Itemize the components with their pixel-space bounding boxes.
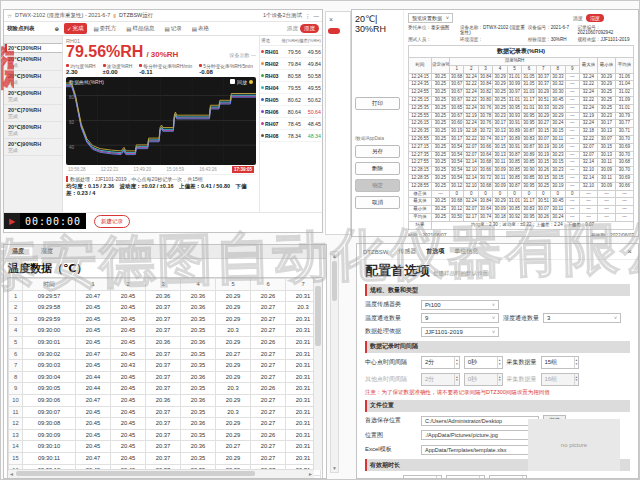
temperature-log-tabs: 温度湿度 (4, 245, 326, 259)
scroll-up-icon[interactable]: ▲ (331, 252, 338, 260)
log-table-row[interactable]: 1109:30:0720.4520.4520.3720.3520.320.272… (9, 406, 321, 418)
cell-value: 0 (565, 190, 580, 198)
info-value: 2021-6-7 (551, 25, 569, 30)
log-table-row[interactable]: 1009:30:0620.4720.4520.3620.3620.2920.27… (9, 394, 321, 406)
scrollbar-thumb[interactable] (332, 261, 337, 301)
play-button[interactable]: ▶ (4, 213, 20, 229)
tab-委托方[interactable]: ▤委托方 (91, 23, 120, 34)
log-table-row[interactable]: 409:30:0020.4520.4520.3720.3520.320.2720… (9, 325, 321, 337)
minimize-icon[interactable]: — (314, 13, 320, 19)
scrollbar-thumb[interactable] (315, 286, 321, 346)
log-table-row[interactable]: 1509:30:1120.4720.4520.3720.3520.2920.27… (9, 452, 321, 464)
pref-tab-首选项[interactable]: 首选项 (426, 247, 444, 256)
calibration-point-item[interactable]: 20℃|60%RH完成 (4, 88, 62, 105)
validity-year-spinner[interactable]: 1年▴▾ (403, 475, 442, 480)
cell-temp: 20.35 (181, 383, 216, 395)
log-column-header: 3 (146, 279, 181, 291)
legend-help-icon[interactable] (249, 80, 253, 84)
pause-icon[interactable]: ‖ (113, 13, 116, 19)
pref-tab-传感器[interactable]: 传感器 (398, 247, 416, 256)
humidity-line-chart[interactable]: 数据曲线(%RH) 回放 806040 (66, 77, 256, 165)
log-table-row[interactable]: 209:29:5820.4520.4520.3720.3620.2920.272… (9, 302, 321, 314)
calibration-point-item[interactable]: 20℃|30%RH完成 (4, 43, 63, 53)
pref-tab-单位信息[interactable]: 单位信息 (454, 247, 478, 256)
x-axis-current-time: 17:39:05 (232, 166, 254, 173)
log-table-row[interactable]: 509:30:0120.4520.4520.3620.3620.2920.262… (9, 336, 321, 348)
close-icon[interactable]: × (627, 247, 632, 256)
interval-warning-note: 注意：为了保证数据准确性，请不要将记录间隔与DTZ300间隔设置为相同值 (365, 389, 630, 396)
validity-day-spinner[interactable]: 0天▴▾ (489, 475, 528, 480)
background-vertical-scrollbar[interactable]: ▲ ▼ (330, 251, 339, 473)
log-table-row[interactable]: 109:29:5720.4720.4520.3620.3620.2920.262… (9, 290, 321, 302)
report-view-dropdown[interactable]: 预览设置数据 ˅ (408, 13, 453, 23)
scroll-down-icon[interactable]: ▼ (331, 464, 338, 472)
cell-value: --- (565, 81, 580, 89)
log-table-row[interactable]: 809:30:0420.4420.4520.3720.3620.2920.272… (9, 371, 321, 383)
device-reading-value: --- (251, 52, 256, 58)
favorite-star-icon[interactable]: ☆ (7, 13, 12, 19)
channel-value: 80.58 (282, 73, 301, 79)
log-table-row[interactable]: 1309:30:0920.4520.4520.3720.3520.2920.26… (9, 429, 321, 441)
monitor-window-title: DTWX-2102 (湿度库重复性) - 2021-6-7 (15, 12, 110, 19)
cell-temp: 20.29 (216, 394, 251, 406)
cell-temp: 20.26 (251, 336, 286, 348)
cell-value: 30.54 (450, 174, 464, 182)
more-icon[interactable]: ⋮ (305, 13, 311, 19)
tab-完成[interactable]: ✓完成 (64, 23, 87, 34)
report-info-item: 设备编号：2021-6-7 (528, 25, 578, 35)
calibration-point-item[interactable]: 20℃|80%RH完成 (4, 122, 62, 139)
report-table-row: 12:26:3530.2530.1932.1830.7230.1330.8930… (409, 128, 634, 136)
hum-channel-count-select[interactable]: 3˅ (543, 313, 621, 323)
data-standard-select[interactable]: JJF1101-2019˅ (421, 327, 499, 337)
save-location-input[interactable]: C:/Users/Administrator/Desktop (421, 416, 539, 426)
toggle-humidity[interactable]: 湿度 (300, 24, 319, 33)
scrollbar-thumb[interactable] (16, 471, 255, 476)
new-record-button[interactable]: 新建记录 (94, 215, 130, 228)
tab-表格[interactable]: ▤表格 (189, 23, 212, 34)
info-value: JJF1101-2019 (600, 37, 629, 42)
report-table-row: 12:27:3530.2530.5432.0730.6430.1330.8730… (409, 151, 634, 159)
excel-template-input[interactable]: AppData/Templates/template.xlsx (421, 445, 539, 455)
print-button[interactable]: 打印 (355, 97, 400, 110)
temp-vertical-scrollbar[interactable] (313, 278, 322, 470)
validity-month-spinner[interactable]: 0月▴▾ (446, 475, 485, 480)
legend-checkbox-icon[interactable] (230, 79, 235, 84)
close-icon[interactable]: × (329, 16, 333, 23)
log-tab-湿度[interactable]: 湿度 (33, 245, 61, 258)
cell-avg: 31.06 (616, 73, 634, 81)
temp-horizontal-scrollbar[interactable]: ◄ ► (8, 469, 314, 478)
log-table-row[interactable]: 1209:30:0820.4520.4520.3720.3620.2920.27… (9, 418, 321, 430)
cell-max: 32.14 (580, 159, 598, 167)
center-interval-min-spinner[interactable]: 2分▴▾ (421, 356, 460, 369)
tab-记录[interactable]: ▤记录 (162, 23, 185, 34)
scroll-right-icon[interactable]: ► (308, 470, 313, 478)
cell-temp: 20.29 (216, 371, 251, 383)
temp-channel-count-select[interactable]: 9˅ (421, 313, 499, 323)
pref-tab-DTZBSW[interactable]: DTZBSW (363, 249, 388, 255)
calibration-point-item[interactable]: 20℃|70%RH完成 (4, 105, 62, 122)
center-count-spinner[interactable]: 15组▴▾ (541, 356, 580, 369)
cell-max: 32.24 (580, 120, 598, 128)
删除-button[interactable]: 删除 (355, 162, 400, 175)
center-interval-sec-spinner[interactable]: 0秒▴▾ (464, 356, 503, 369)
另存-button[interactable]: 另存 (355, 145, 400, 158)
report-toggle-humidity[interactable]: 湿度 (586, 14, 604, 22)
calibration-point-item[interactable]: 20℃|90%RH完成 (4, 139, 62, 156)
log-table-row[interactable]: 309:29:5920.4520.4520.3720.3520.2920.272… (9, 313, 321, 325)
log-table-row[interactable]: 1409:30:1020.4520.4520.3720.3620.2720.27… (9, 441, 321, 453)
log-table-row[interactable]: 909:30:0520.4420.4520.3720.3520.320.2620… (9, 383, 321, 395)
cell-value: 30.29 (493, 198, 507, 206)
toggle-temperature[interactable]: 温度 (287, 25, 298, 32)
log-table-row[interactable]: 709:30:0320.4520.4320.3720.3520.2920.272… (9, 360, 321, 372)
add-point-icon[interactable]: ⊕ (54, 26, 59, 32)
picture-path-input[interactable]: ./AppData/Pictures/picture.jpg (421, 430, 539, 440)
log-table-row[interactable]: 609:30:0220.4720.4520.3720.3520.2720.272… (9, 348, 321, 360)
取消-button[interactable]: 取消 (355, 196, 400, 209)
tab-样品信息[interactable]: ▤样品信息 (123, 23, 157, 34)
calibration-point-item[interactable]: 20℃|40%RH完成 (4, 54, 62, 71)
report-toggle-temperature[interactable]: 温度 (573, 15, 583, 21)
temp-sensor-type-select[interactable]: Pt100˅ (421, 300, 499, 310)
log-tab-温度[interactable]: 温度 (4, 245, 32, 258)
scroll-left-icon[interactable]: ◄ (9, 470, 14, 478)
calibration-point-item[interactable]: 20℃|50%RH完成 (4, 71, 62, 88)
